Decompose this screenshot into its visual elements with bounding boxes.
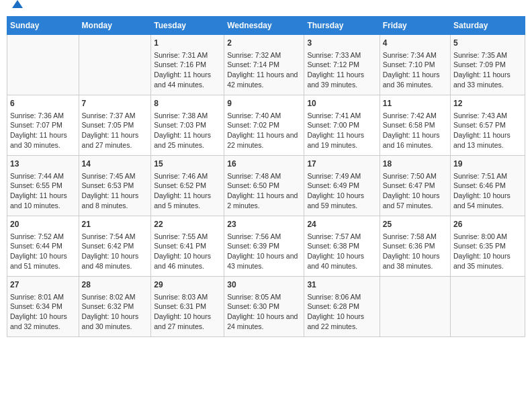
day-number: 3: [307, 38, 376, 49]
day-number: 7: [82, 98, 148, 109]
day-cell: 11Sunrise: 7:42 AM Sunset: 6:58 PM Dayli…: [380, 95, 450, 156]
day-info: Sunrise: 7:41 AM Sunset: 7:00 PM Dayligh…: [307, 111, 376, 150]
day-number: 4: [383, 38, 447, 49]
day-info: Sunrise: 7:31 AM Sunset: 7:16 PM Dayligh…: [154, 50, 221, 90]
day-info: Sunrise: 7:38 AM Sunset: 7:03 PM Dayligh…: [154, 111, 221, 150]
day-info: Sunrise: 7:36 AM Sunset: 7:07 PM Dayligh…: [10, 111, 76, 150]
day-info: Sunrise: 7:37 AM Sunset: 7:05 PM Dayligh…: [82, 111, 148, 150]
day-number: 23: [227, 219, 301, 230]
day-cell: 16Sunrise: 7:48 AM Sunset: 6:50 PM Dayli…: [224, 156, 304, 216]
day-number: 2: [227, 38, 301, 49]
day-number: 27: [10, 279, 76, 291]
day-number: 12: [453, 98, 522, 109]
day-cell: 10Sunrise: 7:41 AM Sunset: 7:00 PM Dayli…: [304, 95, 380, 156]
day-info: Sunrise: 7:34 AM Sunset: 7:10 PM Dayligh…: [383, 50, 447, 90]
day-number: 5: [453, 38, 522, 49]
day-cell: 21Sunrise: 7:54 AM Sunset: 6:42 PM Dayli…: [79, 216, 151, 277]
day-cell: 28Sunrise: 8:02 AM Sunset: 6:32 PM Dayli…: [79, 277, 151, 337]
day-cell: 17Sunrise: 7:49 AM Sunset: 6:49 PM Dayli…: [304, 156, 380, 216]
day-cell: 5Sunrise: 7:35 AM Sunset: 7:09 PM Daylig…: [451, 35, 525, 95]
day-info: Sunrise: 7:54 AM Sunset: 6:42 PM Dayligh…: [82, 232, 148, 271]
day-cell: [451, 277, 525, 337]
day-cell: 25Sunrise: 7:58 AM Sunset: 6:36 PM Dayli…: [380, 216, 450, 277]
day-info: Sunrise: 8:00 AM Sunset: 6:35 PM Dayligh…: [453, 232, 522, 271]
day-info: Sunrise: 7:42 AM Sunset: 6:58 PM Dayligh…: [383, 111, 447, 150]
day-cell: [380, 277, 450, 337]
day-number: 8: [154, 98, 221, 109]
day-info: Sunrise: 7:43 AM Sunset: 6:57 PM Dayligh…: [453, 111, 522, 150]
day-cell: [7, 35, 79, 95]
day-number: 30: [227, 279, 301, 291]
day-number: 15: [154, 158, 221, 170]
day-number: 9: [227, 98, 301, 109]
day-cell: 24Sunrise: 7:57 AM Sunset: 6:38 PM Dayli…: [304, 216, 380, 277]
day-info: Sunrise: 8:02 AM Sunset: 6:32 PM Dayligh…: [82, 292, 148, 332]
calendar-table: SundayMondayTuesdayWednesdayThursdayFrid…: [7, 16, 525, 337]
day-info: Sunrise: 7:52 AM Sunset: 6:44 PM Dayligh…: [10, 232, 76, 271]
day-number: 20: [10, 219, 76, 230]
header-cell-wednesday: Wednesday: [224, 17, 304, 35]
day-number: 22: [154, 219, 221, 230]
day-info: Sunrise: 7:49 AM Sunset: 6:49 PM Dayligh…: [307, 171, 376, 211]
day-info: Sunrise: 8:03 AM Sunset: 6:31 PM Dayligh…: [154, 292, 221, 332]
day-info: Sunrise: 7:57 AM Sunset: 6:38 PM Dayligh…: [307, 232, 376, 271]
day-number: 24: [307, 219, 376, 230]
day-number: 25: [383, 219, 447, 230]
day-info: Sunrise: 7:50 AM Sunset: 6:47 PM Dayligh…: [383, 171, 447, 211]
day-number: 17: [307, 158, 376, 170]
day-number: 11: [383, 98, 447, 109]
day-cell: 7Sunrise: 7:37 AM Sunset: 7:05 PM Daylig…: [79, 95, 151, 156]
day-cell: 20Sunrise: 7:52 AM Sunset: 6:44 PM Dayli…: [7, 216, 79, 277]
day-info: Sunrise: 8:05 AM Sunset: 6:30 PM Dayligh…: [227, 292, 301, 332]
day-cell: 14Sunrise: 7:45 AM Sunset: 6:53 PM Dayli…: [79, 156, 151, 216]
day-number: 31: [307, 279, 376, 291]
day-cell: 6Sunrise: 7:36 AM Sunset: 7:07 PM Daylig…: [7, 95, 79, 156]
day-cell: 4Sunrise: 7:34 AM Sunset: 7:10 PM Daylig…: [380, 35, 450, 95]
day-info: Sunrise: 7:48 AM Sunset: 6:50 PM Dayligh…: [227, 171, 301, 211]
day-cell: 30Sunrise: 8:05 AM Sunset: 6:30 PM Dayli…: [224, 277, 304, 337]
day-cell: 29Sunrise: 8:03 AM Sunset: 6:31 PM Dayli…: [151, 277, 224, 337]
day-number: 10: [307, 98, 376, 109]
day-cell: 8Sunrise: 7:38 AM Sunset: 7:03 PM Daylig…: [151, 95, 224, 156]
day-cell: 1Sunrise: 7:31 AM Sunset: 7:16 PM Daylig…: [151, 35, 224, 95]
week-row-3: 13Sunrise: 7:44 AM Sunset: 6:55 PM Dayli…: [7, 156, 525, 216]
day-number: 19: [453, 158, 522, 170]
header-cell-friday: Friday: [380, 17, 450, 35]
header-cell-thursday: Thursday: [304, 17, 380, 35]
day-cell: 13Sunrise: 7:44 AM Sunset: 6:55 PM Dayli…: [7, 156, 79, 216]
day-info: Sunrise: 7:40 AM Sunset: 7:02 PM Dayligh…: [227, 111, 301, 150]
day-cell: 27Sunrise: 8:01 AM Sunset: 6:34 PM Dayli…: [7, 277, 79, 337]
day-info: Sunrise: 7:46 AM Sunset: 6:52 PM Dayligh…: [154, 171, 221, 211]
week-row-2: 6Sunrise: 7:36 AM Sunset: 7:07 PM Daylig…: [7, 95, 525, 156]
day-info: Sunrise: 7:58 AM Sunset: 6:36 PM Dayligh…: [383, 232, 447, 271]
day-number: 1: [154, 38, 221, 49]
header-cell-saturday: Saturday: [451, 17, 525, 35]
week-row-4: 20Sunrise: 7:52 AM Sunset: 6:44 PM Dayli…: [7, 216, 525, 277]
svg-marker-0: [12, 0, 23, 8]
day-cell: 19Sunrise: 7:51 AM Sunset: 6:46 PM Dayli…: [451, 156, 525, 216]
day-info: Sunrise: 7:33 AM Sunset: 7:12 PM Dayligh…: [307, 50, 376, 90]
day-cell: 9Sunrise: 7:40 AM Sunset: 7:02 PM Daylig…: [224, 95, 304, 156]
day-cell: 12Sunrise: 7:43 AM Sunset: 6:57 PM Dayli…: [451, 95, 525, 156]
day-number: 6: [10, 98, 76, 109]
day-info: Sunrise: 8:01 AM Sunset: 6:34 PM Dayligh…: [10, 292, 76, 332]
header-cell-tuesday: Tuesday: [151, 17, 224, 35]
day-number: 13: [10, 158, 76, 170]
day-info: Sunrise: 7:56 AM Sunset: 6:39 PM Dayligh…: [227, 232, 301, 271]
day-cell: 3Sunrise: 7:33 AM Sunset: 7:12 PM Daylig…: [304, 35, 380, 95]
day-cell: 18Sunrise: 7:50 AM Sunset: 6:47 PM Dayli…: [380, 156, 450, 216]
day-info: Sunrise: 7:55 AM Sunset: 6:41 PM Dayligh…: [154, 232, 221, 271]
day-number: 18: [383, 158, 447, 170]
day-number: 14: [82, 158, 148, 170]
day-number: 26: [453, 219, 522, 230]
day-cell: 23Sunrise: 7:56 AM Sunset: 6:39 PM Dayli…: [224, 216, 304, 277]
day-cell: 22Sunrise: 7:55 AM Sunset: 6:41 PM Dayli…: [151, 216, 224, 277]
day-info: Sunrise: 7:32 AM Sunset: 7:14 PM Dayligh…: [227, 50, 301, 90]
day-info: Sunrise: 7:35 AM Sunset: 7:09 PM Dayligh…: [453, 50, 522, 90]
day-cell: 2Sunrise: 7:32 AM Sunset: 7:14 PM Daylig…: [224, 35, 304, 95]
day-info: Sunrise: 7:45 AM Sunset: 6:53 PM Dayligh…: [82, 171, 148, 211]
logo-icon: [11, 0, 24, 11]
day-cell: 31Sunrise: 8:06 AM Sunset: 6:28 PM Dayli…: [304, 277, 380, 337]
day-number: 16: [227, 158, 301, 170]
logo: [9, 7, 24, 11]
